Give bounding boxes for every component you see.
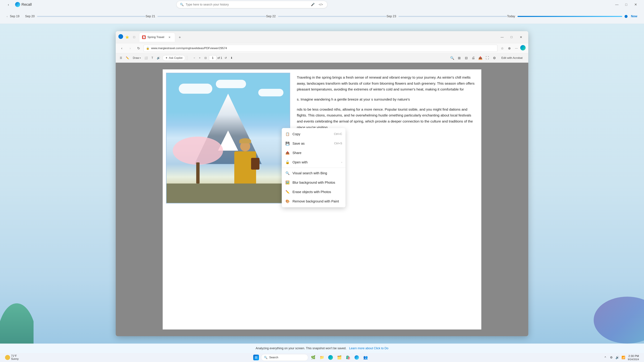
recall-close-button[interactable]: ✕	[632, 1, 639, 8]
ctx-remove-background[interactable]: 🎨 Remove background with Paint	[282, 197, 346, 206]
taskbar-windows-button[interactable]: ⊞	[252, 354, 260, 361]
timeline-item-sep20[interactable]: Sep 20	[25, 14, 146, 18]
timeline-item-today[interactable]: Today	[507, 14, 628, 18]
recall-search-input[interactable]	[186, 3, 308, 6]
timeline-item-sep23[interactable]: Sep 23	[386, 14, 507, 18]
recall-mic-button[interactable]: 🎤	[310, 1, 316, 7]
timeline-item-sep19[interactable]: ‹ Sep 19	[7, 14, 22, 18]
clock-date: 9/24/2024	[628, 358, 639, 361]
pdf-share-button[interactable]: 📤	[477, 55, 484, 61]
recall-topbar: ‹ Recall 🔍 🎤 </> — □ ✕	[0, 0, 644, 9]
nav-refresh-button[interactable]: ↻	[135, 45, 142, 52]
ctx-share-label: Share	[292, 151, 342, 155]
browser-tab-spring-travel[interactable]: 📄 Spring Travel ✕	[139, 33, 175, 42]
browser-workspaces-button[interactable]: □	[131, 34, 137, 40]
pdf-draw-button[interactable]: Draw	[132, 55, 142, 61]
pdf-fit-page-button[interactable]: ⊡	[203, 55, 208, 61]
taskbar-clock[interactable]: 2:30 PM 9/24/2024	[628, 355, 639, 361]
ctx-remove-bg-label: Remove background with Paint	[292, 199, 342, 203]
address-bar[interactable]: 🔒 www.margiestravel.com/springtravelidea…	[144, 45, 498, 52]
pdf-print-button[interactable]: 🖨	[470, 55, 476, 61]
ctx-copy[interactable]: 📋 Copy Ctrl+C	[282, 129, 346, 139]
ground	[166, 184, 290, 203]
ctx-open-with-icon: 🔓	[285, 160, 290, 165]
system-tray-chevron[interactable]: ^	[603, 355, 608, 360]
pdf-ask-copilot-button[interactable]: ✦ Ask Copilot	[162, 55, 185, 61]
collections-button[interactable]: ⊕	[506, 45, 512, 51]
new-tab-button[interactable]: ＋	[176, 34, 183, 40]
pdf-save-button[interactable]: ⬇	[229, 55, 234, 61]
settings-icon[interactable]: ⚙	[609, 355, 614, 360]
tab-close-button[interactable]: ✕	[167, 35, 172, 39]
recall-back-button[interactable]: ‹	[5, 1, 12, 8]
weather-info: 71°F Sunny	[11, 355, 18, 361]
pdf-page-input[interactable]	[209, 55, 216, 61]
learn-more-link[interactable]: Learn more about Click to Do	[349, 347, 388, 350]
pdf-annotation-button[interactable]: ✏️	[124, 55, 130, 61]
ctx-blur-background[interactable]: 🖼️ Blur background with Photos	[282, 178, 346, 187]
timeline-now-label: Now	[631, 14, 637, 18]
ctx-visual-search[interactable]: 🔍 Visual search with Bing	[282, 168, 346, 178]
figure-head	[240, 141, 250, 151]
pdf-travel-image	[166, 73, 290, 203]
taskbar-edge-button[interactable]	[327, 354, 334, 361]
pdf-paragraph-2: nds to be less crowded nths, allowing fo…	[297, 106, 474, 130]
recall-maximize-button[interactable]: □	[623, 1, 630, 8]
recall-app-title: Recall	[22, 2, 32, 7]
timeline-track-today	[518, 16, 622, 17]
system-icons: ^ ⚙ 🔊 📶	[603, 355, 626, 360]
nav-back-button[interactable]: ‹	[118, 45, 125, 52]
pdf-read-aloud-button[interactable]: 🔊	[156, 55, 162, 61]
pdf-toc-button[interactable]: ☰	[118, 55, 124, 61]
tab-title: Spring Travel	[148, 35, 164, 39]
taskbar-store-button[interactable]: 🛍️	[344, 354, 352, 361]
pdf-toolbar: ☰ ✏️ Draw ⬜ T 🔊 ✦ Ask Copilot − ＋ ⊡ of 1…	[116, 53, 528, 63]
network-icon[interactable]: 📶	[621, 355, 626, 360]
taskbar-recall-button[interactable]	[353, 354, 360, 361]
browser-window: 👤 ⭐ □ 📄 Spring Travel ✕ ＋ — □ ✕ ‹ › ↻ 🔒	[116, 31, 528, 336]
taskbar-widgets-button[interactable]: 🌿	[310, 354, 317, 361]
favorites-button[interactable]: ☆	[499, 45, 506, 51]
pdf-zoom-out-button[interactable]: −	[192, 55, 196, 61]
window-minimize-button[interactable]: —	[498, 32, 507, 42]
taskbar-files-button[interactable]: 📁	[318, 354, 326, 361]
pdf-settings-button[interactable]: ⚙	[491, 55, 498, 61]
ctx-save-as[interactable]: 💾 Save as Ctrl+S	[282, 139, 346, 148]
pdf-search-button[interactable]: 🔍	[449, 55, 455, 61]
blossom-tree	[173, 137, 223, 184]
recall-code-button[interactable]: </>	[318, 1, 324, 7]
pdf-single-page-button[interactable]: ⊞	[456, 55, 462, 61]
ctx-share[interactable]: 📤 Share	[282, 148, 346, 158]
nav-forward-button[interactable]: ›	[127, 45, 134, 52]
pdf-rotate-button[interactable]: ↺	[223, 55, 228, 61]
browser-collections-button[interactable]: ⭐	[124, 34, 130, 40]
pdf-zoom-in-button[interactable]: ＋	[197, 55, 202, 61]
copilot-icon: ✦	[165, 56, 168, 59]
timeline-prev-chevron[interactable]: ‹	[7, 15, 8, 18]
ctx-divider	[282, 168, 346, 168]
timeline-item-sep22[interactable]: Sep 22	[266, 14, 386, 18]
timeline-now-dot	[624, 15, 628, 18]
taskbar-explorer-button[interactable]: 🗂️	[336, 354, 343, 361]
pdf-fullscreen-button[interactable]: ⛶	[484, 55, 490, 61]
more-tools-button[interactable]: ···	[513, 45, 520, 51]
explorer-icon: 🗂️	[336, 355, 342, 360]
volume-icon[interactable]: 🔊	[615, 355, 620, 360]
ctx-erase-objects[interactable]: ✏️ Erase objects with Photos	[282, 187, 346, 197]
pdf-eraser-button[interactable]: ⬜	[143, 55, 149, 61]
pdf-text-button[interactable]: T	[150, 55, 154, 61]
ctx-open-with[interactable]: 🔓 Open with ›	[282, 158, 346, 167]
ctx-save-icon: 💾	[285, 141, 290, 146]
taskbar-teams-button[interactable]: 👥	[362, 354, 369, 361]
pdf-edit-acrobat-button[interactable]: Edit with Acrobat	[498, 55, 526, 61]
window-maximize-button[interactable]: □	[507, 32, 516, 42]
pdf-draw-label: Draw	[133, 56, 139, 59]
timeline-item-sep21[interactable]: Sep 21	[146, 14, 266, 18]
recall-minimize-button[interactable]: —	[614, 1, 620, 8]
window-close-button[interactable]: ✕	[516, 32, 526, 42]
recall-search-bar[interactable]: 🔍 🎤 </>	[176, 1, 327, 8]
taskbar-search-bar[interactable]: 🔍 Search	[261, 354, 308, 361]
pdf-two-page-button[interactable]: ⊟	[463, 55, 470, 61]
files-icon: 📁	[319, 355, 325, 360]
pdf-page-total: of 1	[217, 56, 222, 60]
